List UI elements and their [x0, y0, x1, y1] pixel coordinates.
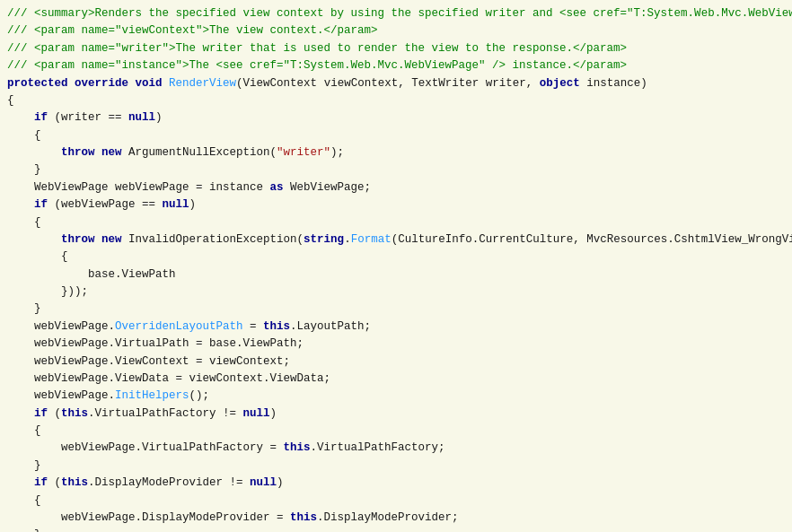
- code-block: /// <summary>Renders the specified view …: [7, 5, 785, 532]
- code-line: if (this.DisplayModeProvider != null): [7, 475, 785, 492]
- code-line: /// <param name="writer">The writer that…: [7, 40, 785, 57]
- code-line: protected override void RenderView(ViewC…: [7, 75, 785, 92]
- code-line: webViewPage.ViewData = viewContext.ViewD…: [7, 371, 785, 388]
- code-line: if (writer == null): [7, 109, 785, 126]
- code-line: /// <param name="viewContext">The view c…: [7, 22, 785, 39]
- code-line: webViewPage.OverridenLayoutPath = this.L…: [7, 318, 785, 336]
- code-line: }: [7, 527, 785, 532]
- code-line: /// <param name="instance">The <see cref…: [7, 57, 785, 74]
- code-line: }));: [7, 283, 785, 301]
- code-line: }: [7, 161, 785, 179]
- code-line: if (webViewPage == null): [7, 196, 785, 214]
- code-line: {: [7, 423, 785, 440]
- code-line: if (this.VirtualPathFactory != null): [7, 406, 785, 423]
- code-line: WebViewPage webViewPage = instance as We…: [7, 179, 785, 196]
- code-line: webViewPage.DisplayModeProvider = this.D…: [7, 510, 785, 527]
- code-line: throw new ArgumentNullException("writer"…: [7, 144, 785, 161]
- code-line: webViewPage.VirtualPathFactory = this.Vi…: [7, 440, 785, 457]
- code-line: {: [7, 127, 785, 144]
- code-line: {: [7, 249, 785, 266]
- code-line: webViewPage.VirtualPath = base.ViewPath;: [7, 336, 785, 353]
- code-line: {: [7, 214, 785, 231]
- code-line: throw new InvalidOperationException(stri…: [7, 231, 785, 249]
- code-line: base.ViewPath: [7, 266, 785, 283]
- code-line: webViewPage.InitHelpers();: [7, 388, 785, 405]
- code-line: /// <summary>Renders the specified view …: [7, 5, 785, 22]
- code-line: webViewPage.ViewContext = viewContext;: [7, 353, 785, 371]
- code-line: }: [7, 458, 785, 475]
- code-line: }: [7, 301, 785, 318]
- code-line: {: [7, 92, 785, 109]
- code-line: {: [7, 493, 785, 510]
